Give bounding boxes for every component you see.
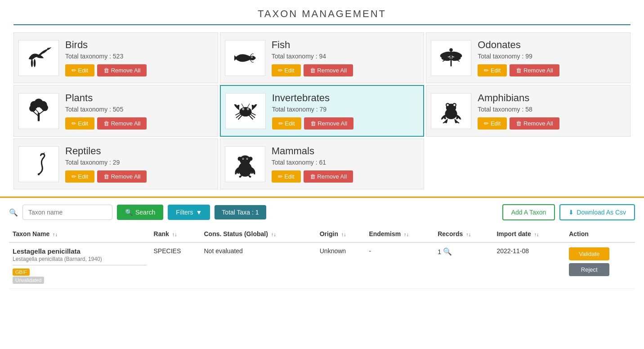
plants-edit-button[interactable]: ✏ Edit	[65, 117, 94, 130]
birds-count: Total taxonomy : 523	[65, 53, 211, 60]
th-endemism-label: Endemism	[369, 230, 401, 237]
filters-button-label: Filters	[176, 209, 193, 216]
bird-icon	[18, 40, 59, 76]
plants-remove-button[interactable]: 🗑 Remove All	[97, 117, 147, 130]
th-records: Records ↑↓	[434, 226, 493, 242]
plant-icon	[18, 93, 59, 129]
th-origin: Origin ↑↓	[316, 226, 366, 242]
taxon-card-reptiles: Reptiles Total taxonomy : 29 ✏ Edit 🗑 Re…	[13, 139, 218, 189]
search-button-label: Search	[135, 209, 155, 216]
chevron-down-icon: ▼	[196, 209, 202, 216]
taxa-table-section: Taxon Name ↑↓ Rank ↑↓ Cons. Status (Glob…	[0, 226, 644, 289]
svg-line-33	[242, 103, 244, 107]
amphibians-remove-button[interactable]: 🗑 Remove All	[510, 117, 559, 130]
fish-name: Fish	[272, 39, 418, 51]
plants-count: Total taxonomy : 505	[65, 106, 211, 113]
import-date-sort[interactable]: ↑↓	[534, 232, 539, 237]
invertebrates-count: Total taxonomy : 79	[272, 106, 417, 113]
filter-bar-divider	[0, 197, 644, 198]
right-actions: Add A Taxon ⬇ Download As Csv	[502, 204, 635, 220]
fish-remove-button[interactable]: 🗑 Remove All	[304, 64, 353, 76]
svg-point-50	[246, 158, 247, 159]
cons-status-sort[interactable]: ↑↓	[271, 232, 276, 237]
th-taxon-name-label: Taxon Name	[13, 230, 49, 237]
odonates-remove-button[interactable]: 🗑 Remove All	[510, 64, 559, 76]
taxon-name-sort[interactable]: ↑↓	[53, 232, 58, 237]
filters-button[interactable]: Filters ▼	[168, 205, 210, 220]
svg-point-21	[41, 104, 48, 111]
endemism-sort[interactable]: ↑↓	[404, 232, 409, 237]
th-records-label: Records	[438, 230, 463, 237]
svg-point-0	[31, 59, 33, 67]
svg-point-44	[242, 160, 248, 165]
reptiles-count: Total taxonomy : 29	[65, 159, 211, 166]
mammals-edit-button[interactable]: ✏ Edit	[272, 170, 301, 183]
birds-name: Birds	[65, 39, 211, 51]
birds-remove-button[interactable]: 🗑 Remove All	[97, 64, 147, 76]
rank-sort[interactable]: ↑↓	[172, 232, 177, 237]
th-origin-label: Origin	[320, 230, 338, 237]
search-record-icon[interactable]: 🔍	[443, 248, 452, 255]
svg-point-30	[242, 108, 243, 109]
action-cell: Validate Reject	[565, 242, 635, 289]
th-import-date: Import date ↑↓	[493, 226, 565, 242]
records-cell: 1 🔍	[434, 242, 493, 289]
taxon-row-name: Lestagella penicillata	[13, 247, 147, 255]
snake-icon	[18, 146, 59, 182]
invertebrates-remove-button[interactable]: 🗑 Remove All	[304, 117, 353, 130]
odonates-info: Odonates Total taxonomy : 99 ✏ Edit 🗑 Re…	[478, 39, 624, 76]
plants-info: Plants Total taxonomy : 505 ✏ Edit 🗑 Rem…	[65, 92, 211, 130]
table-row: Lestagella penicillata Lestagella penici…	[9, 242, 635, 289]
mammals-count: Total taxonomy : 61	[272, 159, 418, 166]
taxon-card-plants: Plants Total taxonomy : 505 ✏ Edit 🗑 Rem…	[13, 85, 218, 137]
svg-point-45	[237, 157, 242, 161]
gorilla-icon	[225, 146, 265, 182]
fish-icon	[225, 40, 265, 76]
frog-icon	[431, 93, 471, 129]
taxon-name-cell: Lestagella penicillata Lestagella penici…	[9, 242, 150, 289]
reptiles-edit-button[interactable]: ✏ Edit	[65, 170, 94, 183]
svg-point-20	[29, 105, 36, 112]
cons-status-cell: Not evaluated	[200, 242, 316, 289]
plants-name: Plants	[65, 92, 211, 104]
amphibians-count: Total taxonomy : 58	[478, 106, 624, 113]
search-button[interactable]: 🔍 Search	[117, 205, 163, 220]
reptiles-remove-button[interactable]: 🗑 Remove All	[97, 170, 147, 183]
taxon-search-input[interactable]	[22, 205, 112, 220]
origin-sort[interactable]: ↑↓	[341, 232, 346, 237]
fish-info: Fish Total taxonomy : 94 ✏ Edit 🗑 Remove…	[272, 39, 418, 76]
taxon-card-odonates: Odonates Total taxonomy : 99 ✏ Edit 🗑 Re…	[426, 32, 631, 83]
taxa-table: Taxon Name ↑↓ Rank ↑↓ Cons. Status (Glob…	[9, 226, 635, 289]
origin-cell: Unknown	[316, 242, 366, 289]
records-value: 1	[438, 248, 441, 255]
reptiles-info: Reptiles Total taxonomy : 29 ✏ Edit 🗑 Re…	[65, 145, 211, 183]
fish-edit-button[interactable]: ✏ Edit	[272, 64, 301, 76]
records-sort[interactable]: ↑↓	[466, 232, 471, 237]
validate-button[interactable]: Validate	[569, 247, 609, 260]
reject-button[interactable]: Reject	[569, 263, 609, 276]
amphibians-edit-button[interactable]: ✏ Edit	[478, 117, 507, 130]
taxon-card-birds: Birds Total taxonomy : 523 ✏ Edit 🗑 Remo…	[13, 32, 218, 83]
crab-icon	[225, 93, 266, 129]
fish-count: Total taxonomy : 94	[272, 53, 418, 60]
endemism-cell: -	[365, 242, 434, 289]
download-csv-button[interactable]: ⬇ Download As Csv	[559, 204, 635, 220]
mammals-remove-button[interactable]: 🗑 Remove All	[304, 170, 353, 183]
invertebrates-name: Invertebrates	[272, 92, 417, 104]
birds-edit-button[interactable]: ✏ Edit	[65, 64, 94, 76]
th-rank: Rank ↑↓	[150, 226, 201, 242]
reptiles-name: Reptiles	[65, 145, 211, 157]
amphibians-name: Amphibians	[478, 92, 624, 104]
taxon-card-invertebrates: Invertebrates Total taxonomy : 79 ✏ Edit…	[220, 85, 425, 137]
odonates-edit-button[interactable]: ✏ Edit	[478, 64, 507, 76]
mammals-name: Mammals	[272, 145, 418, 157]
add-taxon-button[interactable]: Add A Taxon	[502, 204, 555, 220]
th-cons-status: Cons. Status (Global) ↑↓	[200, 226, 316, 242]
th-cons-status-label: Cons. Status (Global)	[204, 230, 268, 237]
th-endemism: Endemism ↑↓	[365, 226, 434, 242]
svg-point-41	[38, 173, 40, 175]
taxon-row-divider	[13, 265, 147, 265]
th-taxon-name: Taxon Name ↑↓	[9, 226, 150, 242]
invertebrates-edit-button[interactable]: ✏ Edit	[272, 117, 301, 130]
search-icon-btn: 🔍	[125, 209, 133, 216]
